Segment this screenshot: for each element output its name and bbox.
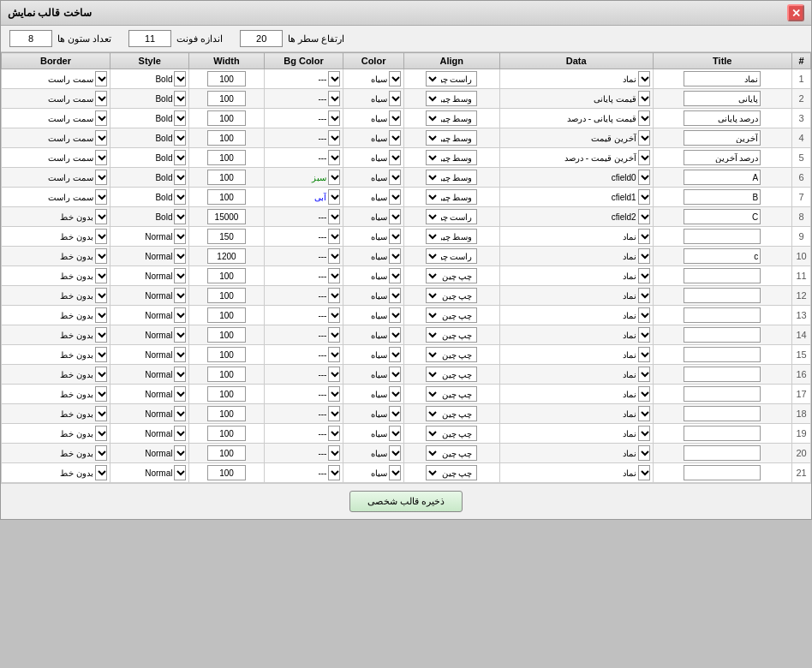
data-dropdown-arrow[interactable] (638, 406, 650, 421)
align-select[interactable]: راست چینوسط چینچپ چین (426, 170, 477, 185)
style-dropdown-arrow[interactable] (174, 288, 186, 303)
border-dropdown-arrow[interactable] (95, 307, 107, 323)
data-dropdown-arrow[interactable] (638, 189, 650, 205)
width-input[interactable] (207, 426, 246, 441)
save-button[interactable]: ذخیره قالب شخصی (349, 491, 463, 512)
bgcolor-dropdown-arrow[interactable] (328, 426, 340, 441)
data-dropdown-arrow[interactable] (638, 426, 650, 441)
border-dropdown-arrow[interactable] (95, 426, 107, 441)
width-input[interactable] (207, 347, 246, 362)
align-select[interactable]: راست چینوسط چینچپ چین (426, 386, 477, 402)
width-input[interactable] (207, 248, 246, 264)
align-select[interactable]: راست چینوسط چینچپ چین (426, 110, 477, 126)
width-input[interactable] (207, 170, 246, 185)
width-input[interactable] (207, 465, 246, 480)
color-dropdown-arrow[interactable] (389, 367, 401, 382)
align-select[interactable]: راست چینوسط چینچپ چین (426, 465, 477, 480)
data-dropdown-arrow[interactable] (638, 307, 650, 323)
bgcolor-dropdown-arrow[interactable] (328, 248, 340, 264)
bgcolor-dropdown-arrow[interactable] (328, 288, 340, 303)
title-input[interactable] (684, 150, 761, 165)
style-dropdown-arrow[interactable] (174, 189, 186, 205)
title-input[interactable] (684, 229, 761, 244)
color-dropdown-arrow[interactable] (389, 465, 401, 480)
color-dropdown-arrow[interactable] (389, 170, 401, 185)
style-dropdown-arrow[interactable] (174, 406, 186, 421)
align-select[interactable]: راست چینوسط چینچپ چین (426, 406, 477, 421)
bgcolor-dropdown-arrow[interactable] (328, 229, 340, 244)
style-dropdown-arrow[interactable] (174, 386, 186, 402)
color-dropdown-arrow[interactable] (389, 347, 401, 362)
data-dropdown-arrow[interactable] (638, 209, 650, 224)
color-dropdown-arrow[interactable] (389, 130, 401, 146)
data-dropdown-arrow[interactable] (638, 248, 650, 264)
data-dropdown-arrow[interactable] (638, 268, 650, 283)
title-input[interactable] (684, 209, 761, 224)
title-input[interactable] (684, 347, 761, 362)
bgcolor-dropdown-arrow[interactable] (328, 209, 340, 224)
align-select[interactable]: راست چینوسط چینچپ چین (426, 229, 477, 244)
title-input[interactable] (684, 465, 761, 480)
style-dropdown-arrow[interactable] (174, 347, 186, 362)
title-input[interactable] (684, 288, 761, 303)
border-dropdown-arrow[interactable] (95, 71, 107, 86)
style-dropdown-arrow[interactable] (174, 327, 186, 343)
bgcolor-dropdown-arrow[interactable] (328, 189, 340, 205)
width-input[interactable] (207, 386, 246, 402)
bgcolor-dropdown-arrow[interactable] (328, 307, 340, 323)
style-dropdown-arrow[interactable] (174, 426, 186, 441)
width-input[interactable] (207, 445, 246, 461)
align-select[interactable]: راست چینوسط چینچپ چین (426, 445, 477, 461)
border-dropdown-arrow[interactable] (95, 406, 107, 421)
border-dropdown-arrow[interactable] (95, 268, 107, 283)
width-input[interactable] (207, 130, 246, 146)
title-input[interactable] (684, 327, 761, 343)
align-select[interactable]: راست چینوسط چینچپ چین (426, 130, 477, 146)
data-dropdown-arrow[interactable] (638, 229, 650, 244)
border-dropdown-arrow[interactable] (95, 347, 107, 362)
color-dropdown-arrow[interactable] (389, 91, 401, 106)
style-dropdown-arrow[interactable] (174, 445, 186, 461)
border-dropdown-arrow[interactable] (95, 189, 107, 205)
border-dropdown-arrow[interactable] (95, 209, 107, 224)
data-dropdown-arrow[interactable] (638, 110, 650, 126)
line-height-input[interactable] (240, 30, 283, 47)
width-input[interactable] (207, 150, 246, 165)
bgcolor-dropdown-arrow[interactable] (328, 268, 340, 283)
color-dropdown-arrow[interactable] (389, 327, 401, 343)
color-dropdown-arrow[interactable] (389, 248, 401, 264)
style-dropdown-arrow[interactable] (174, 91, 186, 106)
title-input[interactable] (684, 445, 761, 461)
title-input[interactable] (684, 71, 761, 86)
align-select[interactable]: راست چینوسط چینچپ چین (426, 367, 477, 382)
align-select[interactable]: راست چینوسط چینچپ چین (426, 307, 477, 323)
border-dropdown-arrow[interactable] (95, 367, 107, 382)
bgcolor-dropdown-arrow[interactable] (328, 406, 340, 421)
bgcolor-dropdown-arrow[interactable] (328, 347, 340, 362)
title-input[interactable] (684, 248, 761, 264)
title-input[interactable] (684, 110, 761, 126)
title-input[interactable] (684, 406, 761, 421)
border-dropdown-arrow[interactable] (95, 327, 107, 343)
close-button[interactable]: ✕ (787, 4, 804, 21)
title-input[interactable] (684, 426, 761, 441)
width-input[interactable] (207, 327, 246, 343)
width-input[interactable] (207, 209, 246, 224)
align-select[interactable]: راست چینوسط چینچپ چین (426, 150, 477, 165)
bgcolor-dropdown-arrow[interactable] (328, 91, 340, 106)
title-input[interactable] (684, 91, 761, 106)
title-input[interactable] (684, 307, 761, 323)
border-dropdown-arrow[interactable] (95, 229, 107, 244)
border-dropdown-arrow[interactable] (95, 170, 107, 185)
data-dropdown-arrow[interactable] (638, 367, 650, 382)
data-dropdown-arrow[interactable] (638, 130, 650, 146)
border-dropdown-arrow[interactable] (95, 91, 107, 106)
title-input[interactable] (684, 268, 761, 283)
color-dropdown-arrow[interactable] (389, 445, 401, 461)
align-select[interactable]: راست چینوسط چینچپ چین (426, 248, 477, 264)
data-dropdown-arrow[interactable] (638, 288, 650, 303)
bgcolor-dropdown-arrow[interactable] (328, 386, 340, 402)
bgcolor-dropdown-arrow[interactable] (328, 110, 340, 126)
color-dropdown-arrow[interactable] (389, 307, 401, 323)
style-dropdown-arrow[interactable] (174, 170, 186, 185)
